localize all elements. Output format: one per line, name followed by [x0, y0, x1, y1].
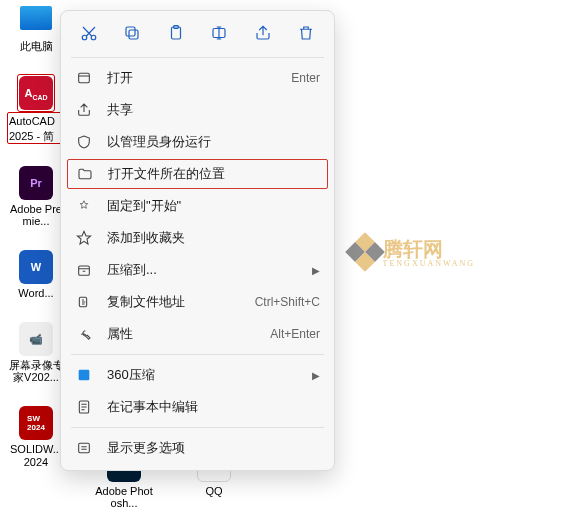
desktop-icon-label: Word...: [18, 287, 53, 299]
desktop-icon-word[interactable]: W Word...: [8, 249, 64, 299]
context-toolbar: [61, 15, 334, 53]
wrench-icon: [75, 325, 93, 343]
desktop-icon-label: 屏幕录像专家V202...: [8, 359, 64, 383]
menu-run-as-admin[interactable]: 以管理员身份运行: [61, 126, 334, 158]
menu-label: 固定到"开始": [107, 197, 320, 215]
menu-accel: Enter: [291, 71, 320, 85]
menu-label: 显示更多选项: [107, 439, 320, 457]
desktop-icon-label: QQ: [205, 485, 222, 497]
menu-accel: Alt+Enter: [270, 327, 320, 341]
menu-compress-to[interactable]: 压缩到... ▶: [61, 254, 334, 286]
menu-label: 属性: [107, 325, 256, 343]
menu-label: 以管理员身份运行: [107, 133, 320, 151]
svg-rect-3: [126, 27, 135, 36]
menu-label: 添加到收藏夹: [107, 229, 320, 247]
delete-button[interactable]: [292, 19, 320, 47]
desktop-icon-premiere[interactable]: Pr Adobe Premie...: [8, 165, 64, 227]
desktop-icon-label: 此电脑: [20, 40, 53, 52]
menu-label: 复制文件地址: [107, 293, 241, 311]
word-icon: W: [18, 249, 54, 285]
paste-button[interactable]: [162, 19, 190, 47]
menu-label: 在记事本中编辑: [107, 398, 320, 416]
separator: [71, 57, 324, 58]
menu-pin-to-start[interactable]: 固定到"开始": [61, 190, 334, 222]
shield-icon: [75, 133, 93, 151]
menu-copy-path[interactable]: 复制文件地址 Ctrl+Shift+C: [61, 286, 334, 318]
watermark-sub: TENGXUANWANG: [383, 259, 475, 268]
desktop-icon-label: AutoCAD 2025 - 简: [9, 115, 55, 142]
premiere-icon: Pr: [18, 165, 54, 201]
watermark-name: 腾轩网: [383, 238, 443, 260]
star-icon: [75, 229, 93, 247]
menu-open[interactable]: 打开 Enter: [61, 62, 334, 94]
folder-icon: [76, 165, 94, 183]
menu-accel: Ctrl+Shift+C: [255, 295, 320, 309]
desktop-icon-label: Adobe Premie...: [8, 203, 64, 227]
rename-button[interactable]: [205, 19, 233, 47]
separator: [71, 427, 324, 428]
notepad-icon: [75, 398, 93, 416]
360-icon: [75, 366, 93, 384]
menu-add-to-favorites[interactable]: 添加到收藏夹: [61, 222, 334, 254]
svg-point-0: [82, 35, 87, 40]
this-pc-icon: [18, 0, 54, 36]
copy-button[interactable]: [118, 19, 146, 47]
desktop-icon-screenrec[interactable]: 📹 屏幕录像专家V202...: [8, 321, 64, 383]
menu-open-file-location[interactable]: 打开文件所在的位置: [67, 159, 328, 189]
cut-button[interactable]: [75, 19, 103, 47]
menu-360-compress[interactable]: 360压缩 ▶: [61, 359, 334, 391]
screen-rec-icon: 📹: [18, 321, 54, 357]
menu-properties[interactable]: 属性 Alt+Enter: [61, 318, 334, 350]
desktop-icon-this-pc[interactable]: 此电脑: [8, 0, 64, 53]
menu-label: 压缩到...: [107, 261, 298, 279]
copy-path-icon: [75, 293, 93, 311]
svg-rect-12: [79, 443, 90, 452]
menu-label: 打开: [107, 69, 277, 87]
svg-rect-8: [79, 266, 90, 275]
archive-icon: [75, 261, 93, 279]
menu-label: 共享: [107, 101, 320, 119]
desktop-icon-autocad[interactable]: ACAD AutoCAD 2025 - 简: [8, 75, 64, 143]
menu-label: 360压缩: [107, 366, 298, 384]
solidworks-icon: SW2024: [18, 405, 54, 441]
svg-point-1: [91, 35, 96, 40]
more-icon: [75, 439, 93, 457]
share-button[interactable]: [249, 19, 277, 47]
autocad-icon: ACAD: [18, 75, 54, 111]
share-icon: [75, 101, 93, 119]
desktop-icon-column: 此电脑 ACAD AutoCAD 2025 - 简 Pr Adobe Premi…: [8, 0, 64, 468]
menu-label: 打开文件所在的位置: [108, 165, 319, 183]
open-icon: [75, 69, 93, 87]
context-menu: 打开 Enter 共享 以管理员身份运行 打开文件所在的位置 固定到"开始" 添…: [60, 10, 335, 471]
chevron-right-icon: ▶: [312, 265, 320, 276]
chevron-right-icon: ▶: [312, 370, 320, 381]
menu-edit-in-notepad[interactable]: 在记事本中编辑: [61, 391, 334, 423]
watermark: 腾轩网 TENGXUANWANG: [351, 236, 475, 268]
desktop-icon-label: Adobe Photosh...: [94, 485, 154, 509]
svg-rect-7: [79, 73, 90, 82]
separator: [71, 354, 324, 355]
svg-rect-2: [129, 30, 138, 39]
menu-show-more-options[interactable]: 显示更多选项: [61, 432, 334, 464]
menu-share[interactable]: 共享: [61, 94, 334, 126]
svg-rect-10: [79, 370, 90, 381]
pin-icon: [75, 197, 93, 215]
